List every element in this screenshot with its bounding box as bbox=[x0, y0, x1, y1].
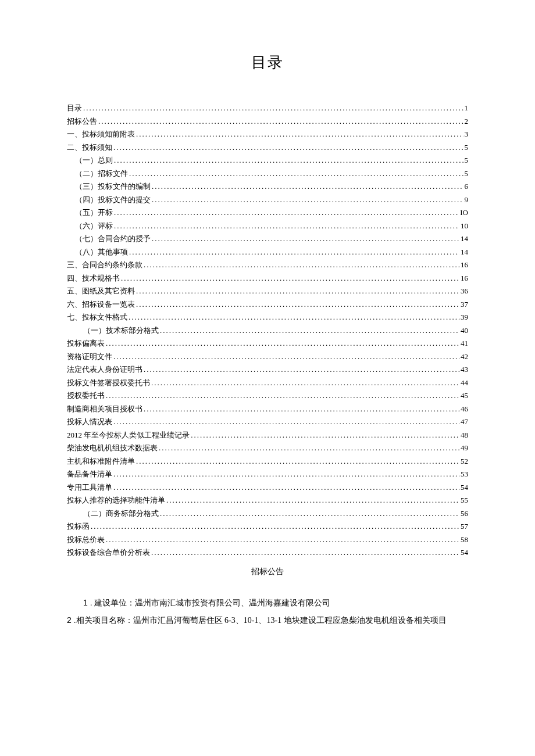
toc-page-number: 57 bbox=[461, 522, 468, 530]
toc-row: 一、投标须知前附表...............................… bbox=[67, 130, 468, 138]
toc-leader-dots: ........................................… bbox=[83, 104, 463, 112]
toc-leader-dots: ........................................… bbox=[136, 457, 459, 465]
toc-page-number: 16 bbox=[461, 274, 468, 282]
toc-leader-dots: ........................................… bbox=[151, 379, 459, 386]
toc-leader-dots: ........................................… bbox=[106, 392, 459, 399]
toc-label: 资格证明文件 bbox=[67, 353, 112, 360]
toc-leader-dots: ........................................… bbox=[114, 156, 463, 164]
toc-leader-dots: ........................................… bbox=[113, 483, 459, 491]
toc-row: 投标人情况表..................................… bbox=[67, 418, 468, 425]
toc-leader-dots: ........................................… bbox=[191, 431, 459, 439]
para2-body: 温州市汇昌河葡萄居住区 6-3、10-1、13-1 地块建设工程应急柴油发电机组… bbox=[133, 616, 447, 625]
toc-leader-dots: ........................................… bbox=[160, 327, 459, 334]
toc-row: 二、投标须知..................................… bbox=[67, 144, 468, 151]
toc-leader-dots: ........................................… bbox=[152, 182, 463, 190]
toc-page-number: 49 bbox=[461, 444, 468, 452]
toc-label: 六、招标设备一览表 bbox=[67, 300, 135, 308]
toc-page-number: 53 bbox=[461, 470, 468, 478]
toc-page-number: 46 bbox=[461, 405, 468, 413]
toc-row: （八）其他事项.................................… bbox=[67, 248, 468, 256]
toc-page-number: 44 bbox=[461, 379, 468, 386]
toc-page-number: 5 bbox=[465, 144, 469, 151]
toc-page-number: 40 bbox=[461, 327, 468, 334]
toc-label: 投标总价表 bbox=[67, 536, 105, 543]
toc-row: 六、招标设备一览表...............................… bbox=[67, 300, 468, 308]
toc-page-number: 52 bbox=[461, 457, 468, 465]
toc-leader-dots: ........................................… bbox=[166, 496, 459, 504]
toc-leader-dots: ........................................… bbox=[136, 130, 463, 138]
toc-leader-dots: ........................................… bbox=[160, 510, 459, 517]
toc-label: （三）投标文件的编制 bbox=[75, 182, 151, 190]
toc-page-number: 45 bbox=[461, 392, 468, 399]
toc-leader-dots: ........................................… bbox=[113, 353, 459, 360]
toc-row: （二）招标文件.................................… bbox=[67, 170, 468, 177]
toc-page-number: 47 bbox=[461, 418, 468, 425]
toc-page-number: 54 bbox=[461, 483, 468, 491]
toc-label: （七）合同合约的授予 bbox=[75, 235, 151, 242]
toc-row: 投标偏离表...................................… bbox=[67, 339, 468, 347]
toc-page-number: 2 bbox=[465, 117, 469, 125]
toc-leader-dots: ........................................… bbox=[113, 144, 463, 151]
page-title: 目录 bbox=[67, 52, 468, 73]
toc-page-number: 37 bbox=[461, 300, 468, 308]
toc-row: （七）合同合约的授予..............................… bbox=[67, 235, 468, 242]
toc-row: （三）投标文件的编制..............................… bbox=[67, 182, 468, 190]
toc-label: （一）技术标部分格式 bbox=[83, 327, 159, 334]
toc-label: 备品备件清单 bbox=[67, 470, 112, 478]
section-heading: 招标公告 bbox=[67, 567, 468, 577]
toc-label: （八）其他事项 bbox=[75, 248, 128, 256]
toc-row: 专用工具清单..................................… bbox=[67, 483, 468, 491]
toc-label: （二）招标文件 bbox=[75, 170, 128, 177]
toc-label: 投标人推荐的选择功能件清单 bbox=[67, 496, 165, 504]
toc-leader-dots: ........................................… bbox=[91, 522, 459, 530]
toc-page-number: 5 bbox=[465, 170, 469, 177]
toc-label: 专用工具清单 bbox=[67, 483, 112, 491]
toc-row: （一）总则...................................… bbox=[67, 156, 468, 164]
toc-label: 法定代表人身份证明书 bbox=[67, 366, 142, 373]
toc-row: 授权委托书...................................… bbox=[67, 392, 468, 399]
toc-label: 招标公告 bbox=[67, 117, 97, 125]
toc-page-number: 9 bbox=[465, 196, 469, 203]
toc-leader-dots: ........................................… bbox=[152, 196, 463, 203]
toc-page-number: 16 bbox=[461, 261, 468, 268]
toc-row: 投标设备综合单价分析表.............................… bbox=[67, 549, 468, 556]
toc-row: 三、合同合约条约条款..............................… bbox=[67, 261, 468, 268]
toc-row: 2012 年至今投标人类似工程业绩记录.....................… bbox=[67, 431, 468, 439]
toc-label: 投标文件签署授权委托书 bbox=[67, 379, 150, 386]
toc-label: 一、投标须知前附表 bbox=[67, 130, 135, 138]
toc-row: 投标函.....................................… bbox=[67, 522, 468, 530]
toc-label: （六）评标 bbox=[75, 222, 113, 230]
toc-page-number: 10 bbox=[461, 222, 468, 230]
table-of-contents: 目录......................................… bbox=[67, 104, 468, 556]
toc-page-number: 6 bbox=[465, 182, 469, 190]
toc-row: （四）投标文件的提交..............................… bbox=[67, 196, 468, 203]
toc-leader-dots: ........................................… bbox=[159, 444, 459, 452]
toc-leader-dots: ........................................… bbox=[144, 261, 459, 268]
toc-label: 投标偏离表 bbox=[67, 339, 105, 347]
toc-leader-dots: ........................................… bbox=[129, 248, 459, 256]
toc-label: （一）总则 bbox=[75, 156, 113, 164]
toc-label: 二、投标须知 bbox=[67, 144, 112, 151]
toc-page-number: 48 bbox=[461, 431, 468, 439]
toc-row: （一）技术标部分格式..............................… bbox=[67, 327, 468, 334]
toc-page-number: 36 bbox=[461, 287, 468, 295]
toc-page-number: 54 bbox=[461, 549, 468, 556]
document-page: 目录 目录...................................… bbox=[0, 0, 535, 664]
toc-label: 五、图纸及其它资料 bbox=[67, 287, 135, 295]
toc-row: 投标人推荐的选择功能件清单...........................… bbox=[67, 496, 468, 504]
toc-label: 四、技术规格书 bbox=[67, 274, 120, 282]
toc-row: 投标总价表...................................… bbox=[67, 536, 468, 543]
toc-row: 主机和标准附件清单...............................… bbox=[67, 457, 468, 465]
toc-page-number: 55 bbox=[461, 496, 468, 504]
toc-row: （二）商务标部分格式..............................… bbox=[67, 510, 468, 517]
toc-leader-dots: ........................................… bbox=[151, 549, 459, 556]
paragraph-2: 2 .相关项目名称：温州市汇昌河葡萄居住区 6-3、10-1、13-1 地块建设… bbox=[67, 612, 468, 629]
toc-page-number: 58 bbox=[461, 536, 468, 543]
toc-label: 三、合同合约条约条款 bbox=[67, 261, 142, 268]
toc-label: 授权委托书 bbox=[67, 392, 105, 399]
toc-leader-dots: ........................................… bbox=[129, 313, 459, 321]
toc-label: 2012 年至今投标人类似工程业绩记录 bbox=[67, 431, 190, 439]
toc-label: 投标人情况表 bbox=[67, 418, 112, 425]
toc-page-number: 1 bbox=[465, 104, 469, 112]
toc-leader-dots: ........................................… bbox=[113, 470, 459, 478]
